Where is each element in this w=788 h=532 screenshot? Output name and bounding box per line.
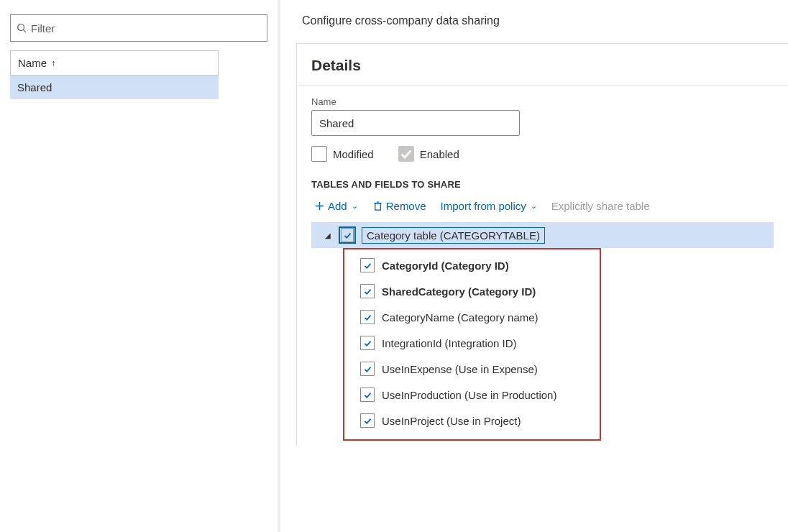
tree-child-row[interactable]: CategoryName (Category name): [344, 304, 600, 330]
tree-root-row[interactable]: ◢ Category table (CATEGORYTABLE): [311, 222, 774, 248]
enabled-checkbox[interactable]: [398, 146, 414, 162]
remove-label: Remove: [386, 200, 426, 212]
tables-tree: ◢ Category table (CATEGORYTABLE) Categor…: [311, 222, 774, 441]
right-content-panel: Configure cross-company data sharing Det…: [280, 0, 788, 532]
trash-icon: [372, 201, 383, 211]
details-card: Details Name Modified Enabled: [296, 43, 788, 445]
enabled-checkbox-wrap[interactable]: Enabled: [398, 146, 459, 162]
status-checkbox-row: Modified Enabled: [311, 146, 774, 162]
check-icon: [363, 390, 372, 400]
form-area: Name Modified Enabled TABLES AND FIELDS …: [297, 86, 788, 445]
modified-checkbox-wrap[interactable]: Modified: [311, 146, 374, 162]
tree-child-row[interactable]: UseInExpense (Use in Expense): [344, 356, 600, 382]
chevron-down-icon: ⌄: [352, 201, 358, 211]
tree-child-row[interactable]: SharedCategory (Category ID): [344, 278, 600, 304]
tree-child-label: CategoryId (Category ID): [382, 260, 509, 272]
tree-children-highlight: CategoryId (Category ID)SharedCategory (…: [343, 248, 601, 441]
explicit-label: Explicitly share table: [551, 200, 650, 212]
grid-row-value: Shared: [17, 81, 52, 93]
svg-line-1: [24, 30, 27, 33]
tree-child-label: CategoryName (Category name): [382, 311, 539, 324]
tree-child-row[interactable]: UseInProduction (Use in Production): [344, 382, 600, 408]
import-from-policy-button[interactable]: Import from policy ⌄: [441, 200, 537, 212]
import-label: Import from policy: [441, 200, 526, 212]
tree-child-label: UseInProduction (Use in Production): [382, 389, 556, 401]
tree-child-checkbox[interactable]: [359, 308, 376, 326]
check-icon: [363, 364, 372, 374]
add-label: Add: [328, 200, 347, 212]
check-icon: [363, 313, 372, 322]
name-field[interactable]: [311, 110, 520, 136]
tree-child-row[interactable]: CategoryId (Category ID): [344, 252, 600, 278]
name-field-label: Name: [311, 96, 774, 107]
tree-child-checkbox[interactable]: [359, 283, 376, 300]
tree-child-label: UseInExpense (Use in Expense): [382, 363, 538, 375]
tables-section-heading: TABLES AND FIELDS TO SHARE: [311, 179, 774, 190]
tree-root-label: Category table (CATEGORYTABLE): [362, 227, 545, 244]
chevron-down-icon: ⌄: [531, 201, 537, 211]
enabled-label: Enabled: [420, 148, 459, 160]
tree-child-checkbox[interactable]: [359, 334, 376, 352]
tree-child-checkbox[interactable]: [359, 386, 376, 403]
tree-child-label: SharedCategory (Category ID): [382, 285, 536, 298]
svg-rect-4: [375, 203, 380, 210]
tables-toolbar: Add ⌄ Remove Import from policy ⌄ E: [311, 200, 774, 212]
tree-child-row[interactable]: UseInProject (Use in Project): [344, 408, 600, 434]
sort-ascending-icon: ↑: [51, 58, 56, 68]
add-button[interactable]: Add ⌄: [314, 200, 358, 212]
tree-root-checkbox[interactable]: [339, 226, 356, 244]
check-icon: [363, 287, 372, 296]
tree-child-label: UseInProject (Use in Project): [382, 415, 521, 427]
modified-label: Modified: [333, 148, 374, 160]
check-icon: [343, 231, 352, 240]
grid-header-label: Name: [18, 57, 47, 69]
svg-point-0: [18, 24, 24, 31]
check-icon: [363, 339, 372, 348]
check-icon: [363, 261, 372, 270]
plus-icon: [314, 201, 325, 211]
tree-child-checkbox[interactable]: [359, 257, 376, 274]
grid-row[interactable]: Shared: [10, 75, 219, 99]
filter-container: [7, 14, 270, 42]
explicitly-share-table-button: Explicitly share table: [551, 200, 650, 212]
check-icon: [363, 416, 372, 426]
tree-child-checkbox[interactable]: [359, 360, 376, 377]
tree-child-row[interactable]: IntegrationId (Integration ID): [344, 330, 600, 356]
check-icon: [399, 147, 413, 161]
details-heading: Details: [297, 44, 788, 86]
tree-child-label: IntegrationId (Integration ID): [382, 337, 517, 349]
page-title: Configure cross-company data sharing: [280, 0, 788, 27]
filter-input[interactable]: [31, 22, 261, 35]
remove-button[interactable]: Remove: [372, 200, 426, 212]
grid-column-header-name[interactable]: Name ↑: [10, 50, 219, 75]
tree-child-checkbox[interactable]: [359, 412, 376, 429]
search-icon: [17, 23, 27, 33]
modified-checkbox[interactable]: [311, 146, 327, 162]
expand-collapse-icon[interactable]: ◢: [321, 231, 334, 239]
filter-input-wrapper[interactable]: [10, 14, 267, 42]
left-navigation-panel: Name ↑ Shared: [0, 0, 280, 532]
